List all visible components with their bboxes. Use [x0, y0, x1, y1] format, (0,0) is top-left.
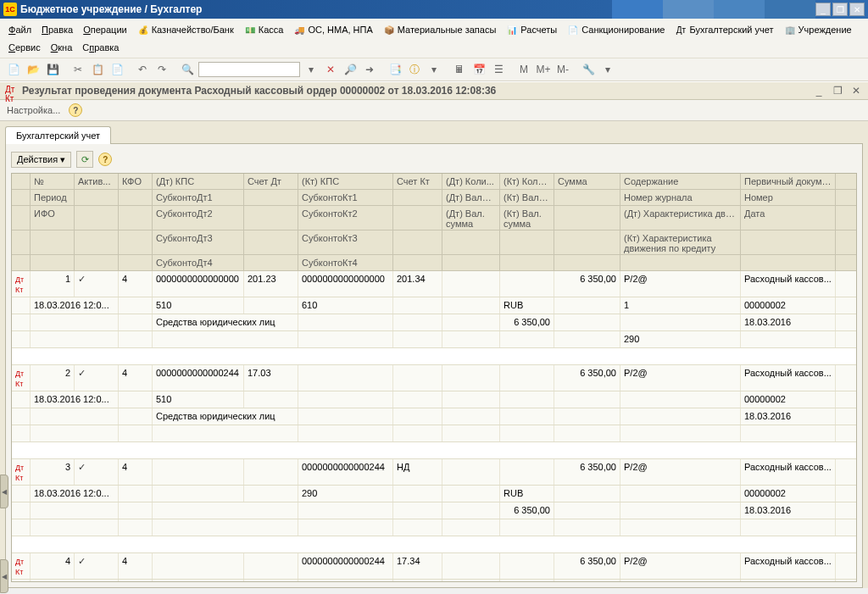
cell[interactable]: [554, 314, 620, 330]
cell[interactable]: [442, 580, 500, 582]
sidebar-handle-2[interactable]: ◀: [0, 559, 8, 593]
cell[interactable]: [12, 580, 31, 582]
col-header[interactable]: Первичный докуме...: [741, 174, 836, 189]
cell[interactable]: 17.34: [393, 553, 442, 579]
cell[interactable]: 18.03.2016 12:0...: [31, 391, 119, 408]
table-row[interactable]: ДтКт2✓4000000000000024417.036 350,00Р/2@…: [12, 365, 856, 391]
cell[interactable]: [554, 425, 620, 441]
menu-казначейство-банк[interactable]: 💰Казначейство/Банк: [132, 22, 239, 37]
search-input[interactable]: [198, 62, 300, 77]
cell[interactable]: [153, 553, 244, 579]
cell[interactable]: RUB: [500, 297, 554, 314]
col-header[interactable]: СубконтоКт1: [298, 190, 393, 205]
cell[interactable]: [554, 580, 620, 582]
col-header[interactable]: [12, 230, 31, 254]
cell[interactable]: [12, 408, 31, 425]
menu-сервис[interactable]: Сервис: [3, 41, 46, 54]
col-header[interactable]: (Кт) Характеристика движения по кредиту: [620, 230, 741, 254]
cell[interactable]: [153, 502, 298, 519]
cut-button[interactable]: ✂: [70, 61, 86, 78]
cell[interactable]: 0000000000000244: [298, 459, 393, 485]
cell[interactable]: [500, 391, 554, 408]
cell[interactable]: [554, 519, 620, 536]
col-header[interactable]: [393, 230, 442, 254]
col-header[interactable]: СубконтоДт3: [153, 230, 244, 254]
cell[interactable]: 00000002: [741, 391, 836, 408]
cell[interactable]: 0000000000000000: [153, 271, 244, 297]
doc-minimize-button[interactable]: _: [812, 85, 826, 97]
col-header[interactable]: [75, 255, 119, 270]
goto-button[interactable]: ➜: [361, 61, 378, 78]
cell[interactable]: [31, 408, 119, 425]
cell[interactable]: [554, 502, 620, 519]
cell[interactable]: [12, 391, 31, 408]
col-header[interactable]: [31, 255, 75, 270]
col-header[interactable]: [12, 190, 31, 205]
cell[interactable]: [620, 519, 741, 536]
col-header[interactable]: [554, 190, 620, 205]
cell[interactable]: [393, 408, 442, 425]
dropdown2-icon[interactable]: ▾: [426, 61, 442, 78]
menu-ос-нма-нпа[interactable]: 🚚ОС, НМА, НПА: [288, 22, 377, 37]
cell[interactable]: 290: [298, 486, 393, 502]
cell[interactable]: [442, 365, 500, 391]
data-grid[interactable]: №Актив...КФО(Дт) КПССчет Дт(Кт) КПССчет …: [11, 173, 857, 582]
cell[interactable]: [119, 331, 153, 347]
cell[interactable]: [119, 391, 153, 408]
cell[interactable]: [119, 502, 153, 519]
cell[interactable]: 17.03: [244, 365, 298, 391]
col-header[interactable]: Период: [31, 190, 75, 205]
cell[interactable]: 18.03.2016: [741, 314, 836, 330]
calendar-button[interactable]: 📅: [470, 61, 487, 78]
col-header[interactable]: [75, 230, 119, 254]
cell[interactable]: 0000000000000244: [153, 365, 244, 391]
menu-файл[interactable]: Файл: [3, 23, 36, 36]
cell[interactable]: [442, 331, 500, 347]
cell[interactable]: 6 350,00: [554, 271, 620, 297]
cell[interactable]: [244, 391, 298, 408]
help-icon-2[interactable]: ?: [98, 153, 112, 166]
col-header[interactable]: [244, 255, 298, 270]
cell[interactable]: [393, 425, 442, 441]
cell[interactable]: [500, 519, 554, 536]
cell[interactable]: [119, 580, 153, 582]
cell[interactable]: [554, 297, 620, 314]
col-header[interactable]: СубконтоДт4: [153, 255, 244, 270]
cell[interactable]: [500, 553, 554, 579]
cell[interactable]: [12, 519, 31, 536]
cell[interactable]: [442, 271, 500, 297]
col-header[interactable]: Содержание: [620, 174, 741, 189]
cell[interactable]: RUB: [500, 580, 554, 582]
cell[interactable]: 1: [620, 297, 741, 314]
cell[interactable]: 18.03.2016 12:0...: [31, 297, 119, 314]
find-button[interactable]: 🔎: [342, 61, 359, 78]
cell[interactable]: 18.03.2016 12:0...: [31, 486, 119, 502]
cell[interactable]: [442, 459, 500, 485]
col-header[interactable]: [244, 230, 298, 254]
cell[interactable]: [298, 391, 393, 408]
cell[interactable]: [244, 553, 298, 579]
col-header[interactable]: [554, 230, 620, 254]
cell[interactable]: [298, 314, 393, 330]
table-row[interactable]: [12, 519, 856, 536]
table-row[interactable]: [12, 425, 856, 442]
col-header[interactable]: ИФО: [31, 206, 75, 230]
cell[interactable]: [442, 408, 500, 425]
save-button[interactable]: 💾: [44, 61, 61, 78]
settings-button[interactable]: 🔧: [580, 61, 597, 78]
col-header[interactable]: [75, 206, 119, 230]
cell[interactable]: [500, 425, 554, 441]
cell[interactable]: [620, 425, 741, 441]
table-row[interactable]: Средства юридических лиц6 350,0018.03.20…: [12, 314, 856, 331]
cell[interactable]: 510: [153, 297, 244, 314]
cell[interactable]: [393, 580, 442, 582]
col-header[interactable]: [554, 255, 620, 270]
cell[interactable]: [298, 425, 393, 441]
col-header[interactable]: [741, 230, 836, 254]
col-header[interactable]: [119, 255, 153, 270]
cell[interactable]: [153, 519, 298, 536]
col-header[interactable]: [244, 190, 298, 205]
cell[interactable]: [442, 391, 500, 408]
refresh-button[interactable]: ⟳: [76, 151, 93, 168]
m-button[interactable]: M: [515, 61, 532, 78]
